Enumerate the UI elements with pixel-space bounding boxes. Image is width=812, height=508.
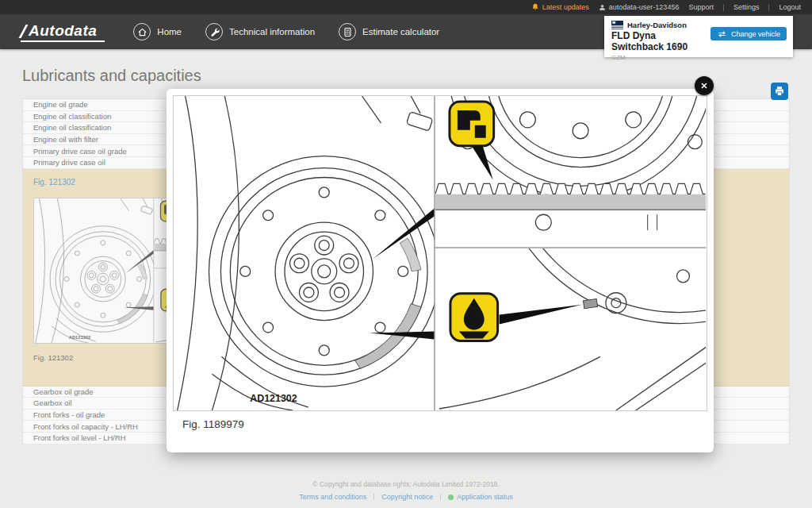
username-label: autodata-user-123456 — [609, 3, 680, 11]
print-button[interactable] — [771, 83, 788, 100]
nav-estimate-calculator-label: Estimate calculator — [362, 27, 439, 37]
user-icon — [599, 4, 606, 11]
user-menu[interactable]: autodata-user-123456 — [599, 3, 680, 11]
settings-link[interactable]: Settings — [733, 3, 760, 11]
close-button[interactable] — [695, 76, 714, 95]
separator — [768, 4, 769, 11]
vehicle-model: FLD Dyna Switchback 1690 — [611, 30, 710, 52]
separator — [723, 4, 724, 11]
vehicle-code: GZM — [611, 54, 710, 61]
bell-icon — [531, 3, 539, 11]
figure-drawing — [173, 95, 707, 411]
nav-home[interactable]: Home — [133, 23, 182, 40]
nav-home-label: Home — [157, 27, 182, 37]
logo-slash-mark — [18, 25, 28, 38]
calculator-icon — [339, 23, 356, 40]
brand-flag-icon — [611, 21, 623, 29]
vehicle-info: Harley-Davidson FLD Dyna Switchback 1690… — [611, 21, 710, 54]
app-window: Latest updates autodata-user-123456 Supp… — [0, 0, 812, 508]
nav-technical-information[interactable]: Technical information — [205, 23, 315, 40]
latest-updates-link[interactable]: Latest updates — [531, 3, 589, 11]
utility-bar: Latest updates autodata-user-123456 Supp… — [0, 0, 812, 14]
printer-icon — [774, 86, 785, 97]
main-nav: Home Technical information Estimate calc… — [133, 23, 439, 40]
nav-technical-information-label: Technical information — [229, 27, 315, 37]
change-vehicle-label: Change vehicle — [731, 30, 780, 38]
nav-estimate-calculator[interactable]: Estimate calculator — [339, 23, 439, 40]
change-vehicle-button[interactable]: Change vehicle — [710, 27, 787, 40]
vehicle-panel: Harley-Davidson FLD Dyna Switchback 1690… — [604, 16, 793, 57]
logo-text: Autodata — [29, 23, 97, 38]
wrench-icon — [205, 23, 223, 40]
logout-link[interactable]: Logout — [779, 3, 801, 11]
autodata-logo[interactable]: Autodata — [21, 21, 105, 42]
latest-updates-label: Latest updates — [542, 3, 589, 11]
figure-modal: Fig. 1189979 — [167, 89, 714, 452]
vehicle-make: Harley-Davidson — [627, 21, 687, 29]
support-link[interactable]: Support — [688, 3, 714, 11]
close-icon — [700, 82, 708, 90]
swap-arrows-icon — [717, 31, 727, 37]
home-icon — [133, 23, 151, 40]
modal-figure-caption: Fig. 1189979 — [182, 418, 707, 430]
